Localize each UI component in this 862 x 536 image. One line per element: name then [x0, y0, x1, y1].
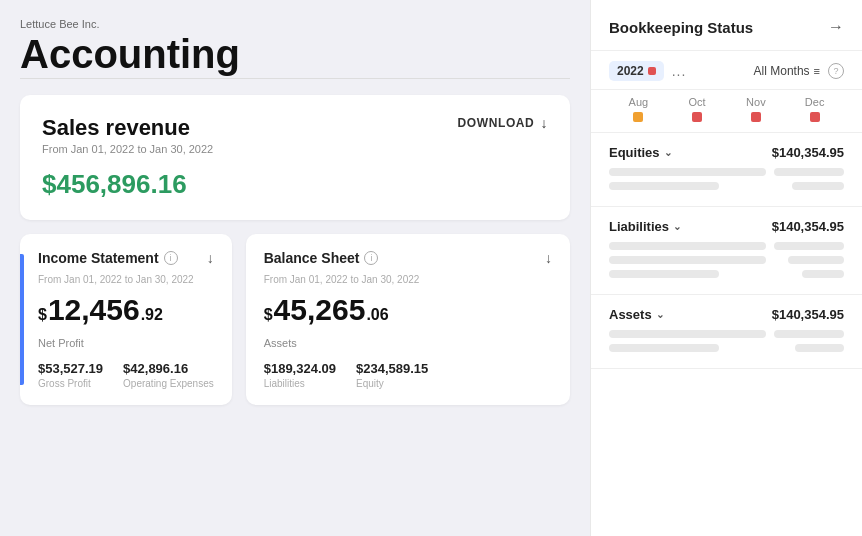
divider — [20, 78, 570, 79]
balance-dollar: $ — [264, 306, 273, 324]
equities-title[interactable]: Equities ⌄ — [609, 145, 672, 160]
skeleton-line — [774, 330, 844, 338]
income-cents: .92 — [141, 306, 163, 324]
liabilities-header: Liabilities ⌄ $140,354.95 — [609, 219, 844, 234]
month-item-dec: Dec — [785, 96, 844, 122]
balance-sheet-download-icon[interactable]: ↓ — [545, 250, 552, 266]
assets-skeleton-left — [609, 330, 766, 358]
year-badge[interactable]: 2022 — [609, 61, 664, 81]
equities-skeleton-right — [774, 168, 844, 196]
assets-skeleton — [609, 330, 844, 358]
balance-cents: .06 — [366, 306, 388, 324]
equity-value: $234,589.15 — [356, 361, 428, 376]
accent-bar — [20, 254, 24, 385]
month-label-dec: Dec — [805, 96, 825, 108]
balance-main: 45,265 — [274, 293, 366, 327]
liabilities-section: Liabilities ⌄ $140,354.95 — [591, 207, 862, 295]
bookkeeping-arrow-icon[interactable]: → — [828, 18, 844, 36]
balance-assets-label: Assets — [264, 337, 552, 349]
liabilities-skeleton-right — [774, 242, 844, 284]
bottom-cards: Income Statement i ↓ From Jan 01, 2022 t… — [20, 234, 570, 405]
equities-section: Equities ⌄ $140,354.95 — [591, 133, 862, 207]
sales-revenue-title: Sales revenue — [42, 115, 213, 141]
skeleton-line — [792, 182, 845, 190]
balance-sheet-title: Balance Sheet — [264, 250, 360, 266]
help-icon[interactable]: ? — [828, 63, 844, 79]
balance-sheet-header: Balance Sheet i ↓ — [264, 250, 552, 266]
download-button[interactable]: DOWNLOAD ↓ — [458, 115, 548, 131]
balance-sheet-info-icon[interactable]: i — [364, 251, 378, 265]
skeleton-row — [609, 256, 766, 264]
sales-title-group: Sales revenue From Jan 01, 2022 to Jan 3… — [42, 115, 213, 155]
right-panel: Bookkeeping Status → 2022 ... All Months… — [590, 0, 862, 536]
income-statement-wrapper: Income Statement i ↓ From Jan 01, 2022 t… — [20, 234, 232, 405]
month-label-nov: Nov — [746, 96, 766, 108]
balance-sheet-date: From Jan 01, 2022 to Jan 30, 2022 — [264, 274, 552, 285]
assets-bk-amount: $140,354.95 — [772, 307, 844, 322]
skeleton-row — [609, 182, 719, 190]
download-label: DOWNLOAD — [458, 116, 535, 130]
skeleton-row — [609, 168, 766, 176]
income-statement-amount: $ 12,456 .92 — [38, 293, 214, 327]
gross-profit-item: $53,527.19 Gross Profit — [38, 361, 103, 389]
page-title: Accounting — [20, 32, 570, 76]
month-item-nov: Nov — [727, 96, 786, 122]
bookkeeping-sections: Equities ⌄ $140,354.95 Liabili — [591, 133, 862, 536]
skeleton-row — [609, 344, 719, 352]
all-months-label: All Months — [754, 64, 810, 78]
months-row: Aug Oct Nov Dec — [591, 90, 862, 133]
filter-icon: ≡ — [814, 65, 820, 77]
equities-skeleton-left — [609, 168, 766, 196]
liabilities-chevron-icon: ⌄ — [673, 221, 681, 232]
operating-expenses-item: $42,896.16 Operating Expenses — [123, 361, 214, 389]
liabilities-skeleton-left — [609, 242, 766, 284]
liabilities-bk-amount: $140,354.95 — [772, 219, 844, 234]
month-label-aug: Aug — [629, 96, 649, 108]
balance-sheet-title-row: Balance Sheet i — [264, 250, 379, 266]
month-filter: 2022 ... All Months ≡ ? — [591, 51, 862, 90]
liabilities-item: $189,324.09 Liabilities — [264, 361, 336, 389]
sales-amount: $456,896.16 — [42, 169, 548, 200]
income-statement-title-row: Income Statement i — [38, 250, 178, 266]
skeleton-line — [774, 242, 844, 250]
download-icon: ↓ — [540, 115, 548, 131]
balance-sheet-card: Balance Sheet i ↓ From Jan 01, 2022 to J… — [246, 234, 570, 405]
assets-chevron-icon: ⌄ — [656, 309, 664, 320]
assets-header: Assets ⌄ $140,354.95 — [609, 307, 844, 322]
income-statement-download-icon[interactable]: ↓ — [207, 250, 214, 266]
income-statement-info-icon[interactable]: i — [164, 251, 178, 265]
gross-profit-label: Gross Profit — [38, 378, 103, 389]
year-label: 2022 — [617, 64, 644, 78]
gross-profit-value: $53,527.19 — [38, 361, 103, 376]
skeleton-line — [802, 270, 844, 278]
operating-expenses-label: Operating Expenses — [123, 378, 214, 389]
month-dot-aug — [633, 112, 643, 122]
sales-header: Sales revenue From Jan 01, 2022 to Jan 3… — [42, 115, 548, 155]
income-net-profit-label: Net Profit — [38, 337, 214, 349]
income-dollar: $ — [38, 306, 47, 324]
bookkeeping-header: Bookkeeping Status → — [591, 0, 862, 51]
liabilities-title[interactable]: Liabilities ⌄ — [609, 219, 681, 234]
month-dot-oct — [692, 112, 702, 122]
equities-label: Equities — [609, 145, 660, 160]
assets-title[interactable]: Assets ⌄ — [609, 307, 664, 322]
skeleton-line — [788, 256, 844, 264]
month-label-oct: Oct — [689, 96, 706, 108]
month-dot-nov — [751, 112, 761, 122]
sales-revenue-date: From Jan 01, 2022 to Jan 30, 2022 — [42, 143, 213, 155]
equities-header: Equities ⌄ $140,354.95 — [609, 145, 844, 160]
assets-label: Assets — [609, 307, 652, 322]
all-months-button[interactable]: All Months ≡ — [754, 64, 820, 78]
income-statement-title: Income Statement — [38, 250, 159, 266]
month-item-oct: Oct — [668, 96, 727, 122]
equities-chevron-icon: ⌄ — [664, 147, 672, 158]
income-sub-amounts: $53,527.19 Gross Profit $42,896.16 Opera… — [38, 361, 214, 389]
left-panel: Lettuce Bee Inc. Accounting Sales revenu… — [0, 0, 590, 536]
skeleton-row — [609, 242, 766, 250]
liabilities-skeleton — [609, 242, 844, 284]
sales-revenue-card: Sales revenue From Jan 01, 2022 to Jan 3… — [20, 95, 570, 220]
income-main: 12,456 — [48, 293, 140, 327]
more-button[interactable]: ... — [672, 63, 687, 79]
liabilities-label: Liabilities — [264, 378, 336, 389]
skeleton-line — [774, 168, 844, 176]
